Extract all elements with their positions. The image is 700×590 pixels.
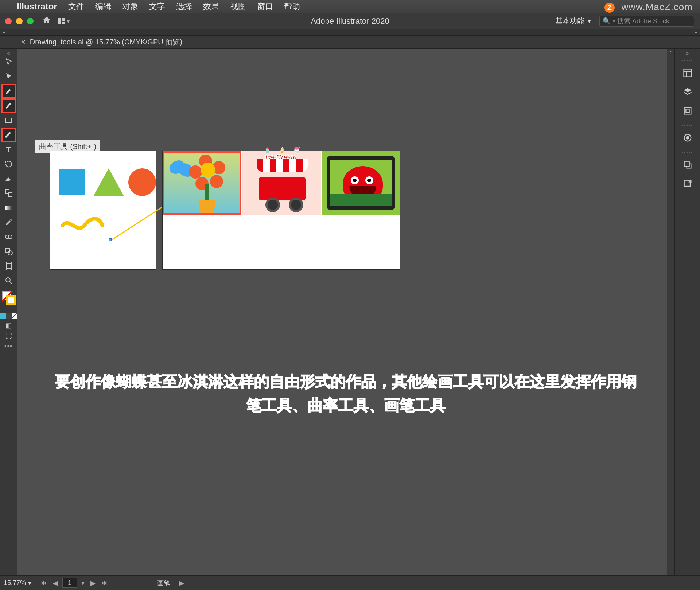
next-artboard-icon[interactable]: ▶ — [89, 579, 97, 587]
shape-builder-tool[interactable] — [1, 244, 16, 259]
app-titlebar: ▾ Adobe Illustrator 2020 基本功能 ▾ 🔍▾ 搜索 Ad… — [0, 13, 700, 29]
status-menu-icon[interactable]: ▶ — [178, 579, 186, 587]
export-panel-icon[interactable] — [680, 176, 696, 192]
panel-grip[interactable]: ▪▪▪▪▪ — [682, 122, 693, 128]
document-tab-title[interactable]: Drawing_tools.ai @ 15.77% (CMYK/GPU 预览) — [30, 37, 182, 47]
properties-panel-icon[interactable] — [680, 65, 696, 81]
cart-body — [259, 177, 306, 200]
artboard-shapes — [50, 151, 156, 269]
artboard-name: 画笔 — [113, 579, 178, 587]
selection-tool[interactable] — [1, 55, 16, 69]
flower-stem — [205, 184, 209, 201]
panel-grip[interactable]: ▪▪▪▪▪ — [682, 149, 693, 155]
rotate-tool[interactable] — [1, 157, 16, 171]
svg-rect-10 — [6, 249, 9, 252]
blend-tool[interactable] — [1, 230, 16, 244]
home-icon[interactable] — [42, 16, 51, 27]
svg-point-13 — [6, 278, 10, 282]
menu-view[interactable]: 视图 — [230, 1, 246, 12]
watermark: Z www.MacZ.com — [604, 1, 693, 13]
asset-export-panel-icon[interactable] — [680, 157, 696, 173]
layers-panel-icon[interactable] — [680, 84, 696, 100]
fill-stroke-swatch[interactable] — [1, 290, 16, 312]
svg-rect-0 — [58, 18, 61, 24]
menu-help[interactable]: 帮助 — [284, 1, 300, 12]
ice-cream-icon: 🍧 — [293, 146, 300, 153]
panel-grip[interactable]: ▪▪▪▪▪ — [682, 58, 693, 63]
expand-toolbar-icon[interactable]: « — [7, 50, 10, 55]
eraser-tool[interactable] — [1, 171, 16, 186]
menu-edit[interactable]: 编辑 — [95, 1, 111, 12]
gradient-tool[interactable] — [1, 200, 16, 215]
zoom-window-button[interactable] — [27, 18, 34, 24]
menu-select[interactable]: 选择 — [176, 1, 192, 12]
status-bar: 15.77% ▾ ⏮ ◀ 1 ▾ ▶ ⏭ 画笔 ▶ — [0, 575, 700, 590]
workspace-switcher[interactable]: 基本功能 ▾ — [555, 16, 591, 26]
collapse-panels-icon[interactable]: » — [691, 29, 700, 35]
appearance-panel-icon[interactable] — [680, 130, 696, 146]
eyedropper-tool[interactable] — [1, 215, 16, 230]
close-tab-icon[interactable]: × — [21, 38, 26, 46]
app-title: Adobe Illustrator 2020 — [311, 16, 389, 26]
prev-artboard-icon[interactable]: ◀ — [51, 579, 59, 587]
first-artboard-icon[interactable]: ⏮ — [39, 579, 48, 587]
anchor-point[interactable] — [109, 238, 112, 241]
artboard-index[interactable]: 1 — [62, 578, 77, 588]
type-tool[interactable] — [1, 142, 16, 157]
vertical-scrollbar[interactable]: ⌃ — [667, 49, 674, 575]
blue-square-shape — [59, 169, 85, 195]
gradient-swatch[interactable] — [6, 313, 12, 319]
menu-file[interactable]: 文件 — [68, 1, 84, 12]
last-artboard-icon[interactable]: ⏭ — [100, 579, 109, 587]
curvature-tool[interactable] — [1, 98, 16, 113]
caption-line-1: 要创作像蝴蝶甚至冰淇淋这样的自由形式的作品，其他绘画工具可以在这里发挥作用钢 — [39, 370, 653, 393]
drink-icon: 🥤 — [264, 146, 271, 153]
flower-illustration — [163, 151, 241, 215]
right-panel-dock: » ▪▪▪▪▪ ▪▪▪▪▪ ▪▪▪▪▪ — [674, 49, 700, 575]
zoom-tool[interactable] — [1, 273, 16, 288]
zoom-level-dropdown[interactable]: 15.77% ▾ — [0, 579, 35, 587]
color-mode-row[interactable] — [0, 313, 18, 319]
menu-object[interactable]: 对象 — [122, 1, 138, 12]
screen-mode-icon[interactable]: ⛶ — [5, 332, 12, 340]
none-swatch[interactable] — [12, 313, 18, 319]
watermark-badge: Z — [604, 3, 615, 13]
pen-tool[interactable] — [1, 84, 16, 98]
tools-panel: « ◧ ⛶ ••• — [0, 49, 18, 575]
rectangle-tool[interactable] — [1, 113, 16, 128]
minimize-window-button[interactable] — [16, 18, 23, 24]
close-window-button[interactable] — [5, 18, 12, 24]
main-workspace: « ◧ ⛶ ••• 曲率工具 (Shift+`) — [0, 49, 700, 575]
expand-control-bar-icon[interactable]: « — [0, 29, 9, 35]
scroll-up-icon[interactable]: ⌃ — [669, 50, 673, 56]
canvas[interactable]: 曲率工具 (Shift+`) — [18, 49, 674, 575]
macos-menubar: Illustrator 文件 编辑 对象 文字 选择 效果 视图 窗口 帮助 Z… — [0, 0, 700, 13]
svg-rect-2 — [62, 21, 65, 24]
search-adobe-stock[interactable]: 🔍▾ 搜索 Adobe Stock — [599, 16, 694, 27]
stroke-swatch[interactable] — [6, 295, 16, 305]
libraries-panel-icon[interactable] — [680, 103, 696, 119]
color-swatch[interactable] — [0, 313, 6, 319]
artboard-tool[interactable] — [1, 259, 16, 273]
expand-panels-icon[interactable]: » — [686, 50, 689, 55]
menu-type[interactable]: 文字 — [149, 1, 165, 12]
artboard-illustrations: 🥤 🍦 🍧 Ice Cream — [163, 151, 400, 269]
green-triangle-shape — [93, 168, 124, 196]
menu-effect[interactable]: 效果 — [203, 1, 219, 12]
svg-rect-14 — [684, 69, 691, 77]
arrange-documents-icon[interactable]: ▾ — [58, 17, 70, 25]
direct-selection-tool[interactable] — [1, 69, 16, 84]
scale-tool[interactable] — [1, 186, 16, 200]
flower-pot — [196, 200, 218, 213]
menu-window[interactable]: 窗口 — [257, 1, 273, 12]
yellow-line-path — [109, 206, 171, 243]
ice-cream-icon: 🍦 — [279, 146, 286, 153]
chevron-down-icon: ▾ — [67, 18, 70, 24]
draw-mode-icon[interactable]: ◧ — [5, 321, 12, 329]
app-name[interactable]: Illustrator — [17, 1, 57, 12]
caption-line-2: 笔工具、曲率工具、画笔工具 — [39, 393, 653, 417]
chevron-down-icon[interactable]: ▾ — [80, 579, 86, 587]
control-bar: « » — [0, 29, 700, 36]
edit-toolbar-icon[interactable]: ••• — [4, 343, 13, 349]
paintbrush-tool[interactable] — [1, 128, 16, 142]
